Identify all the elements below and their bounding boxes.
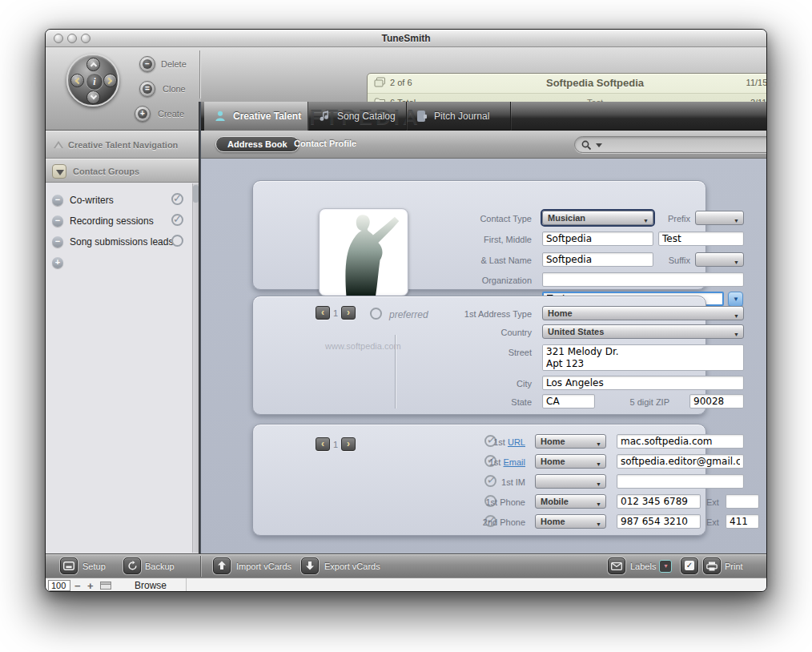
methods-prev-button[interactable]: ‹ [316, 437, 330, 451]
address-next-button[interactable]: › [341, 306, 356, 320]
email-input[interactable] [617, 454, 744, 469]
street-input[interactable]: 321 Melody Dr. Apt 123 [542, 344, 744, 371]
phone1-type-dropdown[interactable]: Mobile [535, 494, 606, 509]
sidebar-scroll-thumb[interactable] [193, 185, 199, 203]
journal-icon [416, 110, 428, 123]
export-vcards-label: Export vCards [324, 561, 380, 571]
im-type-dropdown[interactable] [535, 474, 606, 489]
phone2-label: 2nd Phone [453, 517, 525, 527]
group-collapse-button[interactable] [52, 164, 66, 179]
city-label: City [436, 379, 532, 388]
group-label: Co-writers [70, 195, 114, 206]
city-input[interactable] [542, 376, 744, 390]
url-type-dropdown[interactable]: Home [535, 434, 606, 449]
group-item-cowriters[interactable]: − Co-writers ✓ [52, 192, 193, 210]
window-title: TuneSmith [46, 33, 766, 44]
create-record-button[interactable]: + [135, 106, 151, 122]
labels-label: Labels [630, 561, 656, 571]
group-item-song-submissions[interactable]: − Song submissions leads [52, 234, 193, 252]
address-book-button[interactable]: Address Book [215, 136, 299, 152]
record-info-button[interactable]: i [86, 73, 103, 91]
zoom-in-button[interactable]: + [87, 580, 94, 592]
search-field[interactable] [574, 136, 767, 153]
group-selected-check[interactable]: ✓ [171, 214, 183, 226]
remove-group-icon[interactable]: − [52, 195, 63, 206]
phone1-ext-input[interactable] [726, 494, 759, 509]
organization-input[interactable] [542, 272, 744, 287]
nav-next-button[interactable] [103, 74, 117, 87]
address-prev-button[interactable]: ‹ [316, 306, 330, 320]
remove-group-icon[interactable]: − [52, 236, 63, 248]
sidebar-nav-header[interactable]: Creative Talent Navigation [46, 131, 201, 159]
tab-song-catalog[interactable]: Song Catalog [308, 102, 407, 131]
tab-creative-talent[interactable]: Creative Talent [204, 102, 308, 131]
url-label: 1st URL [453, 437, 525, 447]
tab-pitch-journal[interactable]: Pitch Journal [407, 102, 511, 131]
preferred-radio[interactable] [370, 308, 382, 320]
export-vcards-button[interactable] [301, 557, 319, 574]
collapse-triangle-icon [54, 141, 63, 148]
contact-photo[interactable] [319, 208, 408, 296]
setup-button[interactable] [60, 557, 78, 574]
labels-dropdown-button[interactable] [659, 560, 672, 573]
add-group-button[interactable]: + [52, 257, 63, 268]
phone2-input[interactable] [617, 514, 701, 529]
import-vcards-button[interactable] [213, 557, 231, 574]
zip-input[interactable] [689, 394, 744, 409]
delete-record-button[interactable]: − [139, 56, 155, 72]
delete-label: Delete [161, 59, 187, 69]
phone2-ext-input[interactable] [726, 514, 759, 529]
status-toolbar-toggle-icon[interactable] [100, 582, 111, 590]
state-label: State [436, 397, 532, 407]
state-input[interactable] [542, 394, 595, 409]
bottom-toolbar: Setup Backup Import vCards Export vCards… [46, 553, 767, 578]
statusbar-segment-divider [186, 578, 187, 592]
zoom-level-field[interactable]: 100 [48, 580, 70, 591]
address-type-dropdown[interactable]: Home [542, 306, 744, 320]
country-dropdown[interactable]: United States [542, 324, 744, 339]
suffix-dropdown[interactable] [695, 252, 744, 267]
confirm-check-button[interactable]: ✓ [681, 557, 698, 574]
country-label: Country [436, 328, 532, 337]
record-nav-wheel: i [66, 54, 119, 107]
url-link[interactable]: URL [508, 437, 525, 447]
prefix-dropdown[interactable] [695, 211, 744, 225]
url-input[interactable] [617, 434, 744, 449]
search-scope-dropdown-icon[interactable] [596, 143, 602, 147]
first-name-input[interactable] [542, 231, 653, 246]
contact-profile-content: Contact Type Musician Prefix First, Midd… [201, 159, 767, 553]
clone-record-button[interactable]: = [139, 81, 155, 97]
remove-group-icon[interactable]: − [52, 215, 63, 227]
last-name-input[interactable] [542, 252, 653, 267]
phone1-input[interactable] [617, 494, 701, 509]
methods-next-button[interactable]: › [341, 437, 356, 451]
nav-previous-button[interactable] [70, 74, 84, 87]
zoom-out-button[interactable]: − [74, 580, 81, 592]
contact-type-dropdown[interactable]: Musician [542, 211, 653, 225]
backup-button[interactable] [123, 557, 141, 574]
labels-button[interactable] [608, 557, 625, 574]
group-item-recording-sessions[interactable]: − Recording sessions ✓ [52, 213, 193, 231]
print-label: Print [725, 561, 743, 571]
group-label: Song submissions leads [70, 236, 173, 248]
email-link[interactable]: Email [503, 457, 525, 467]
pseudonym-dropdown-button[interactable] [728, 292, 743, 307]
header-toolbar: 2 of 6 Softpedia Softpedia 11/15/2011 6 … [201, 47, 767, 102]
print-button[interactable] [703, 557, 721, 574]
phone2-ext-label: Ext [706, 517, 722, 527]
nav-up-button[interactable] [86, 58, 100, 71]
group-selected-check[interactable]: ✓ [171, 193, 183, 205]
search-input[interactable] [605, 138, 767, 151]
contact-groups-header[interactable]: Contact Groups [46, 159, 201, 183]
middle-name-input[interactable] [658, 231, 744, 246]
email-type-dropdown[interactable]: Home [535, 454, 606, 469]
group-selected-check[interactable] [171, 235, 183, 247]
nav-down-button[interactable] [86, 91, 100, 104]
phone2-type-dropdown[interactable]: Home [535, 514, 606, 529]
mode-selector[interactable]: Browse [116, 580, 185, 591]
chevron-up-icon [90, 62, 97, 69]
identity-panel: Contact Type Musician Prefix First, Midd… [252, 180, 706, 290]
setup-label: Setup [82, 561, 106, 571]
im-input[interactable] [617, 474, 744, 489]
contact-profile-label[interactable]: Contact Profile [294, 139, 356, 148]
